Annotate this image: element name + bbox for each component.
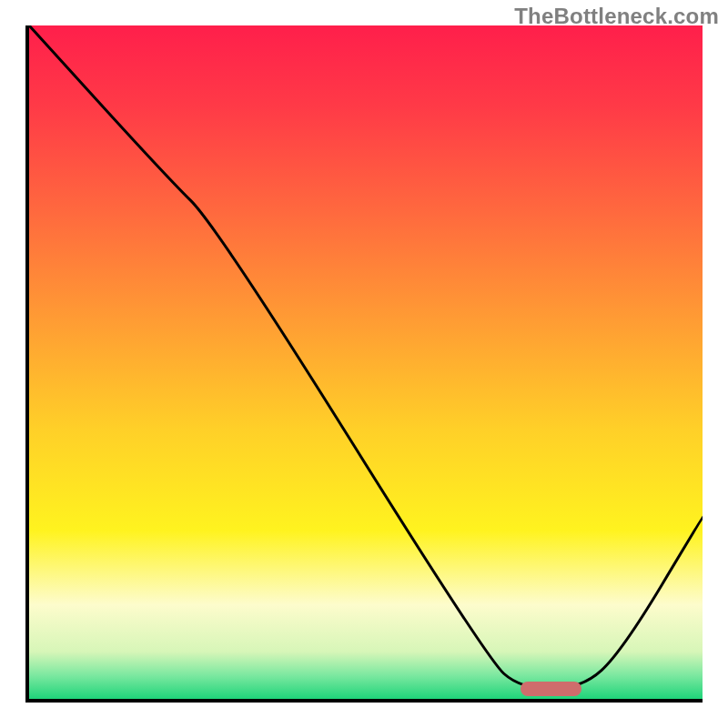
watermark-text: TheBottleneck.com <box>514 4 719 29</box>
chart-canvas: TheBottleneck.com <box>0 0 728 728</box>
sweet-spot-marker <box>521 682 581 696</box>
plot-area <box>25 25 703 703</box>
bottleneck-curve <box>29 25 703 699</box>
